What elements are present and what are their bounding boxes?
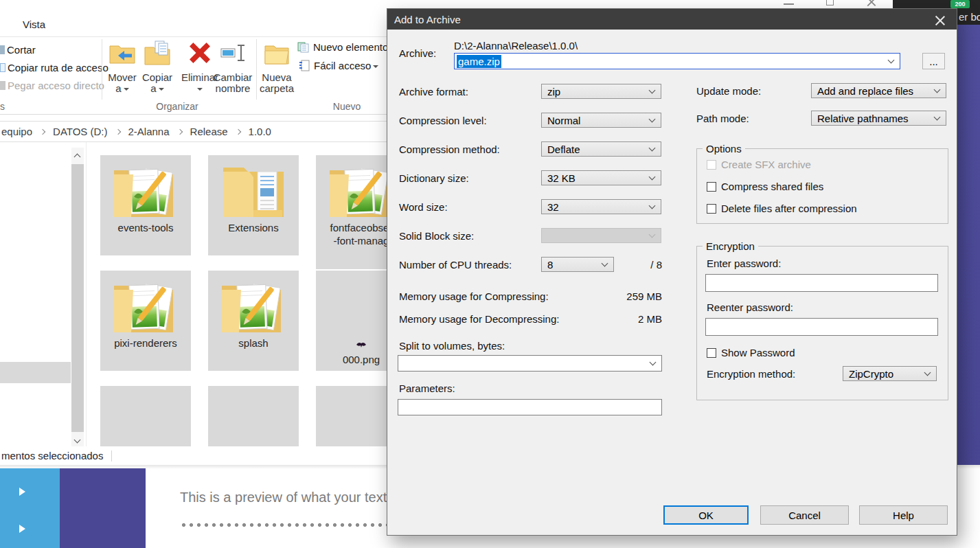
archive-name-selected-text[interactable]: game.zip: [457, 55, 501, 68]
breadcrumb-item[interactable]: Release: [190, 126, 228, 137]
status-divider: [111, 450, 112, 461]
scrollbar[interactable]: [71, 148, 84, 446]
checkbox-icon[interactable]: [707, 182, 716, 192]
nueva-carpeta-button[interactable]: Nueva carpeta: [258, 40, 296, 102]
dialog-title: Add to Archive: [387, 14, 461, 25]
close-icon: [935, 14, 945, 24]
update-mode-select[interactable]: Add and replace files: [811, 83, 946, 98]
update-mode-label: Update mode:: [696, 85, 761, 97]
play-arrow-icon[interactable]: [19, 488, 25, 496]
status-text: mentos seleccionados: [0, 450, 103, 461]
folder-icon: [327, 161, 396, 221]
file-tile-splash[interactable]: splash: [208, 271, 299, 371]
checkbox-icon[interactable]: [707, 204, 716, 214]
help-button[interactable]: Help: [859, 505, 948, 525]
scroll-up-icon[interactable]: [74, 154, 81, 161]
copiar-a-button[interactable]: Copiar a: [139, 40, 175, 102]
chevron-down-icon: [649, 116, 656, 123]
new-item-icon: [297, 42, 309, 53]
encryption-group-title: Encryption: [703, 240, 758, 252]
archive-format-label: Archive format:: [399, 86, 468, 98]
ribbon-bottom-divider: [0, 114, 387, 115]
delete-after-checkbox[interactable]: Delete files after compression: [707, 203, 857, 214]
close-window-icon[interactable]: [867, 0, 876, 5]
nuevo-elemento-button[interactable]: Nuevo elemento: [297, 41, 387, 55]
copy-to-icon: [144, 41, 170, 65]
dialog-close-button[interactable]: [926, 10, 954, 28]
menu-item-pegar-directo[interactable]: Pegar acceso directo: [8, 80, 104, 91]
ribbon-separator: [256, 39, 257, 100]
compress-shared-checkbox[interactable]: Compress shared files: [707, 181, 823, 192]
compression-method-select[interactable]: Deflate: [541, 141, 661, 157]
folder-icon: [111, 276, 180, 336]
file-tile-placeholder[interactable]: [208, 386, 299, 446]
preview-blue-panel: [0, 468, 60, 548]
memory-decompress-value: 2 MB: [593, 313, 662, 325]
chevron-down-icon: [934, 87, 941, 93]
breadcrumb-item[interactable]: 1.0.0: [249, 126, 271, 137]
checkbox-icon[interactable]: [707, 348, 716, 358]
breadcrumb-item[interactable]: DATOS (D:): [53, 126, 107, 137]
maximize-icon[interactable]: [826, 0, 834, 5]
enter-password-input[interactable]: [705, 274, 938, 292]
chevron-right-icon: [115, 128, 120, 134]
compression-level-select[interactable]: Normal: [541, 113, 661, 128]
folder-icon: [219, 276, 288, 336]
screen: #screen > [data-name="close-window-icon"…: [0, 0, 980, 548]
breadcrumb-item[interactable]: equipo: [1, 126, 32, 137]
nav-pane-selected-item[interactable]: [0, 362, 71, 383]
paste-shortcut-icon: [0, 81, 5, 90]
file-tile-placeholder[interactable]: [100, 386, 191, 446]
browse-button[interactable]: ...: [922, 53, 945, 69]
file-tile-extensions[interactable]: Extensions: [208, 155, 299, 255]
file-tile-pixi-renderers[interactable]: pixi-renderers: [100, 271, 191, 371]
cambiar-nombre-button[interactable]: Cambiar nombre: [213, 40, 253, 102]
dropdown-caret-icon: [373, 65, 378, 68]
dialog-titlebar[interactable]: Add to Archive: [387, 9, 957, 30]
archive-label: Archive:: [399, 47, 436, 59]
facil-acceso-button[interactable]: Fácil acceso: [298, 59, 380, 73]
chevron-right-icon: [235, 128, 240, 134]
group-label-nuevo: Nuevo: [323, 101, 371, 112]
minimize-icon[interactable]: [784, 3, 794, 5]
scroll-down-icon[interactable]: [74, 437, 81, 444]
cancel-button[interactable]: Cancel: [760, 505, 849, 525]
play-arrow-icon[interactable]: [19, 525, 25, 533]
chevron-right-icon: [176, 128, 182, 134]
menu-item-cortar[interactable]: Cortar: [7, 45, 36, 56]
reenter-password-label: Reenter password:: [707, 301, 793, 313]
chevron-down-icon: [649, 145, 656, 152]
archive-name-combobox[interactable]: game.zip: [454, 53, 900, 69]
show-password-checkbox[interactable]: Show Password: [707, 347, 795, 358]
split-volumes-combobox[interactable]: [398, 355, 662, 372]
compression-method-label: Compression method:: [399, 144, 500, 155]
tab-vista[interactable]: Vista: [23, 19, 45, 30]
status-badge: 200: [950, 0, 970, 8]
menu-item-copiar-ruta[interactable]: Copiar ruta de acceso: [8, 62, 109, 73]
cpu-threads-select[interactable]: 8: [541, 257, 614, 272]
encryption-method-select[interactable]: ZipCrypto: [843, 366, 937, 381]
parameters-input[interactable]: [398, 399, 662, 415]
word-size-label: Word size:: [399, 201, 448, 213]
ok-button[interactable]: OK: [663, 505, 749, 525]
add-to-archive-dialog: Add to Archive Archive: D:\2-Alanna\Rele…: [387, 8, 957, 536]
scrollbar-thumb[interactable]: [71, 164, 84, 432]
reenter-password-input[interactable]: [705, 318, 938, 336]
breadcrumb-item[interactable]: 2-Alanna: [128, 126, 170, 137]
create-sfx-checkbox: Create SFX archive: [707, 159, 811, 170]
mover-a-button[interactable]: Mover a: [104, 40, 140, 102]
chevron-down-icon[interactable]: [888, 57, 895, 64]
cpu-threads-label: Number of CPU threads:: [399, 259, 512, 271]
memory-compress-value: 259 MB: [593, 290, 662, 302]
chevron-down-icon: [649, 231, 656, 238]
file-tile-events-tools[interactable]: events-tools: [100, 155, 191, 255]
archive-path: D:\2-Alanna\Release\1.0.0\: [454, 40, 578, 52]
dictionary-size-select[interactable]: 32 KB: [541, 170, 661, 185]
path-mode-select[interactable]: Relative pathnames: [811, 111, 946, 126]
compression-level-label: Compression level:: [399, 115, 487, 126]
word-size-select[interactable]: 32: [541, 199, 661, 214]
background-partial-text: er bo: [959, 11, 980, 23]
chevron-down-icon: [924, 369, 931, 376]
archive-format-select[interactable]: zip: [541, 84, 661, 99]
chevron-down-icon: [649, 203, 656, 209]
